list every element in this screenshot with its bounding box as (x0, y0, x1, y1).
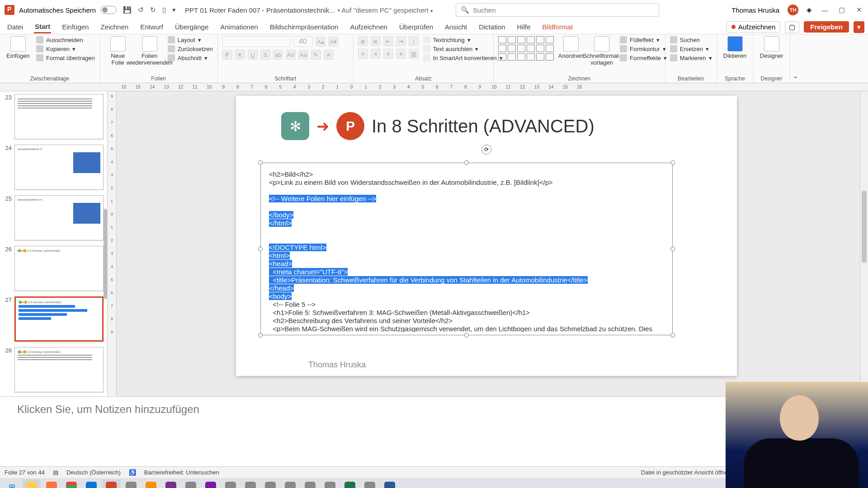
tab-bildschirmpraesentation[interactable]: Bildschirmpräsentation (269, 21, 340, 33)
tab-start[interactable]: Start (34, 21, 51, 33)
tab-bildformat[interactable]: Bildformat (542, 21, 574, 33)
decrease-font-button[interactable]: A▾ (328, 37, 338, 47)
bullets-button[interactable]: ≣ (358, 36, 368, 46)
replace-button[interactable]: Ersetzen ▾ (670, 45, 712, 52)
shadow-button[interactable]: ab (273, 50, 283, 60)
task-app5[interactable] (261, 479, 279, 488)
task-app8[interactable] (321, 479, 339, 488)
font-size-select[interactable]: 40 (293, 36, 313, 47)
shape-fill-button[interactable]: Fülleffekt ▾ (620, 36, 667, 43)
section-button[interactable]: Abschnitt ▾ (168, 54, 213, 61)
underline-button[interactable]: U (248, 50, 258, 60)
selected-textbox[interactable]: <h2>Bild</h2> <p>Link zu einem Bild von … (260, 163, 673, 335)
strike-button[interactable]: S (260, 50, 270, 60)
task-app7[interactable] (301, 479, 319, 488)
task-chrome[interactable] (62, 479, 80, 488)
tab-entwurf[interactable]: Entwurf (139, 21, 164, 33)
highlight-button[interactable]: ✎ (311, 50, 321, 60)
tab-ueberpruefen[interactable]: Überprüfen (398, 21, 434, 33)
resize-handle[interactable] (670, 160, 675, 165)
font-color-button[interactable]: A (324, 50, 334, 60)
task-explorer[interactable] (23, 479, 41, 488)
format-painter-button[interactable]: Format übertragen (36, 54, 95, 61)
outdent-button[interactable]: ⇤ (383, 36, 393, 46)
task-snip[interactable] (162, 479, 180, 488)
share-dropdown[interactable]: ▾ (854, 21, 864, 33)
align-center-button[interactable]: ≡ (371, 49, 381, 59)
task-outlook[interactable] (82, 479, 100, 488)
shape-outline-button[interactable]: Formkontur ▾ (620, 45, 667, 52)
task-notepad[interactable] (361, 479, 379, 488)
numbering-button[interactable]: ≣ (371, 36, 381, 46)
shape-effects-button[interactable]: Formeffekte ▾ (620, 54, 667, 61)
align-text-button[interactable]: Text ausrichten ▾ (423, 45, 503, 52)
thumb-25[interactable]: 25Schweißverfahren 4: (0, 192, 107, 243)
bold-button[interactable]: F (222, 50, 232, 60)
tab-datei[interactable]: Datei (6, 21, 24, 33)
start-button[interactable]: ⊞ (3, 479, 21, 488)
tab-zeichnen[interactable]: Zeichnen (99, 21, 129, 33)
autosave-toggle[interactable] (100, 6, 117, 14)
thumbnail-panel[interactable]: 23 24Schweißverfahren 4: 25Schweißverfah… (0, 91, 108, 396)
thumb-27[interactable]: 27🟢➡🟠 In 8 Schritten (ADVANCED) (0, 294, 107, 344)
case-button[interactable]: Aa (298, 50, 308, 60)
spellcheck-icon[interactable]: ▤ (53, 469, 58, 476)
cut-button[interactable]: Ausschneiden (36, 36, 95, 43)
rotate-handle[interactable]: ⟳ (481, 145, 491, 155)
thumb-23[interactable]: 23 (0, 91, 107, 142)
task-vlc[interactable] (142, 479, 160, 488)
thumb-29[interactable]: 29 (0, 395, 107, 396)
task-word[interactable] (381, 479, 399, 488)
scrollbar-vertical[interactable] (860, 91, 868, 396)
resize-handle[interactable] (464, 333, 469, 338)
designer-button[interactable]: Designer (758, 36, 785, 59)
columns-button[interactable]: ▥ (409, 49, 419, 59)
user-name[interactable]: Thomas Hruska (731, 6, 779, 14)
document-name[interactable]: PPT 01 Roter Faden 007 - Präsentationste… (185, 6, 335, 14)
thumb-24[interactable]: 24Schweißverfahren 4: (0, 142, 107, 192)
maximize-button[interactable]: ▢ (837, 6, 846, 14)
resize-handle[interactable] (258, 247, 263, 251)
resize-handle[interactable] (258, 333, 263, 338)
task-app2[interactable] (182, 479, 200, 488)
task-onenote[interactable] (202, 479, 220, 488)
task-app1[interactable] (122, 479, 140, 488)
text-direction-button[interactable]: Textrichtung ▾ (423, 36, 503, 43)
save-icon[interactable]: 💾 (123, 6, 132, 14)
task-app4[interactable] (241, 479, 259, 488)
italic-button[interactable]: K (235, 50, 245, 60)
arrange-button[interactable]: Anordnen (558, 36, 584, 59)
scrollbar-thumb[interactable] (862, 191, 867, 263)
slideshow-icon[interactable]: ▯ (162, 6, 166, 14)
redo-icon[interactable]: ↻ (150, 6, 156, 14)
minimize-button[interactable]: — (820, 6, 829, 14)
layout-button[interactable]: Layout ▾ (168, 36, 213, 43)
task-excel[interactable] (341, 479, 359, 488)
status-protected[interactable]: Datei in geschützter Ansicht öffnen (641, 469, 731, 476)
find-button[interactable]: Suchen (670, 36, 712, 43)
status-slide[interactable]: Folie 27 von 44 (5, 469, 45, 476)
avatar[interactable]: TH (788, 5, 798, 15)
tab-uebergaenge[interactable]: Übergänge (174, 21, 209, 33)
tab-aufzeichnen[interactable]: Aufzeichnen (349, 21, 388, 33)
tab-dictation[interactable]: Dictation (478, 21, 506, 33)
increase-font-button[interactable]: A▴ (316, 37, 326, 47)
present-dropdown-icon[interactable]: ▢ (785, 21, 799, 33)
search-box[interactable]: 🔍 Suchen (456, 3, 659, 17)
panel-splitter[interactable] (104, 209, 107, 299)
resize-handle[interactable] (258, 160, 263, 165)
record-button[interactable]: Aufzeichnen (726, 21, 781, 33)
task-powerpoint[interactable] (102, 479, 120, 488)
slide[interactable]: ✻ ➜ P In 8 Schritten (ADVANCED) ⟳ <h2>Bi… (236, 96, 737, 376)
resize-handle[interactable] (670, 333, 675, 338)
select-button[interactable]: Markieren ▾ (670, 54, 712, 61)
dictate-button[interactable]: Diktieren (722, 36, 749, 59)
resize-handle[interactable] (670, 247, 675, 251)
task-firefox[interactable] (42, 479, 61, 488)
share-button[interactable]: Freigeben (804, 21, 849, 33)
quick-styles-button[interactable]: Schnellformat- vorlagen (588, 36, 615, 66)
justify-button[interactable]: ≡ (396, 49, 406, 59)
thumb-28[interactable]: 28🟢➡🟠 In 8 Schritten (ADVANCED) (0, 344, 107, 395)
task-app6[interactable] (281, 479, 299, 488)
reuse-slides-button[interactable]: Folien wiederverwenden (136, 36, 163, 66)
